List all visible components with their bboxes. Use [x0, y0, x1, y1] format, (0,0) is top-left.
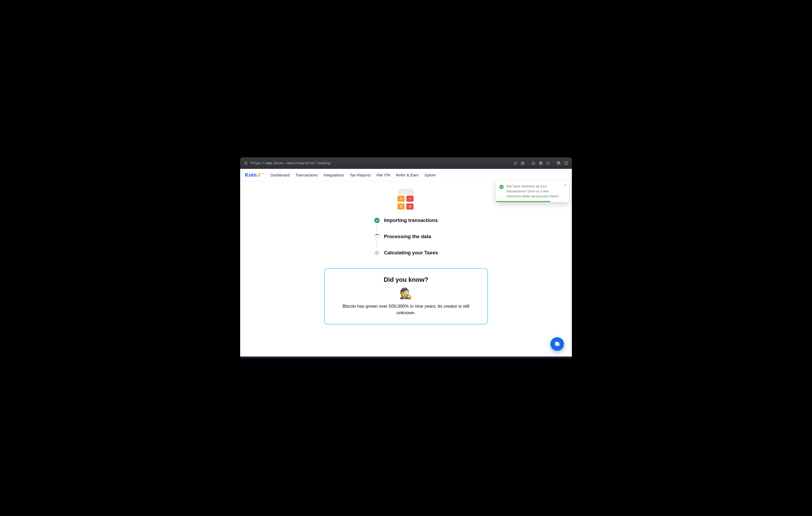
- step-label: Importing transactions: [384, 217, 438, 223]
- svg-rect-1: [521, 162, 524, 165]
- did-you-know-card: Did you know? 🕵️ Bitcoin has grown over …: [324, 268, 488, 324]
- step-label: Processing the data: [384, 234, 431, 239]
- nav-dashboard[interactable]: Dashboard: [270, 173, 290, 177]
- calc-key-equals: =: [406, 203, 413, 210]
- inbox-icon[interactable]: [531, 161, 535, 165]
- step-processing: Processing the data: [374, 234, 438, 239]
- address-bar[interactable]: https://app.koinx.com/integration-loadin…: [251, 161, 330, 165]
- step-connector: [377, 225, 377, 232]
- lock-icon: [244, 161, 248, 165]
- calc-key-plus: +: [397, 195, 405, 202]
- svg-point-4: [547, 162, 549, 164]
- step-importing: Importing transactions: [374, 217, 438, 223]
- progress-steps: Importing transactions Processing the da…: [374, 217, 438, 256]
- toast-progress-bar: [496, 201, 550, 202]
- address-group: https://app.koinx.com/integration-loadin…: [244, 161, 510, 165]
- chrome-icon-group: [513, 161, 568, 165]
- svg-rect-0: [245, 163, 247, 164]
- check-circle-icon: [499, 185, 504, 189]
- nav-file-itr[interactable]: File ITR: [376, 173, 390, 177]
- pending-dot-icon: [374, 250, 380, 256]
- page: KoinX™ Dashboard Transactions Integratio…: [240, 169, 572, 359]
- check-circle-icon: [374, 217, 380, 223]
- toast-notification: We have received all your transactions! …: [496, 181, 569, 202]
- nav-xplore[interactable]: Xplore: [424, 173, 436, 177]
- brand-tm: ™: [262, 173, 264, 175]
- chat-button[interactable]: [550, 337, 564, 351]
- calculator-illustration: + − × =: [396, 189, 416, 212]
- main-nav: Dashboard Transactions Integrations Tax …: [270, 173, 436, 177]
- toast-message: We have received all your transactions! …: [506, 184, 562, 199]
- browser-window: https://app.koinx.com/integration-loadin…: [240, 157, 572, 359]
- svg-rect-5: [564, 162, 568, 165]
- svg-point-2: [522, 163, 523, 164]
- puzzle-icon[interactable]: [557, 161, 561, 165]
- calc-key-minus: −: [406, 195, 413, 202]
- target-icon[interactable]: [546, 161, 550, 165]
- detective-icon: 🕵️: [335, 288, 477, 299]
- main-content: + − × = Importing transactions Proces: [240, 181, 572, 324]
- globe-icon[interactable]: [539, 161, 543, 165]
- app-header: KoinX™ Dashboard Transactions Integratio…: [240, 169, 572, 181]
- nav-integrations[interactable]: Integrations: [324, 173, 344, 177]
- sidebar-icon[interactable]: [564, 161, 568, 165]
- chat-icon: [554, 341, 560, 347]
- camera-icon[interactable]: [521, 161, 525, 165]
- brand-part1: Koin: [245, 172, 257, 178]
- link-icon[interactable]: [513, 161, 517, 165]
- page-footer-strip: [240, 357, 572, 359]
- browser-chrome: https://app.koinx.com/integration-loadin…: [240, 157, 572, 169]
- step-connector: [377, 241, 377, 248]
- step-calculating: Calculating your Taxes: [374, 250, 438, 256]
- spinner-icon: [374, 234, 380, 239]
- chrome-divider: [553, 161, 554, 165]
- nav-transactions[interactable]: Transactions: [295, 173, 318, 177]
- step-label: Calculating your Taxes: [384, 250, 438, 256]
- nav-refer-earn[interactable]: Refer & Earn: [396, 173, 419, 177]
- toast-close-button[interactable]: ×: [564, 183, 567, 187]
- brand-logo[interactable]: KoinX™: [245, 172, 264, 178]
- nav-tax-reports[interactable]: Tax Reports: [350, 173, 371, 177]
- calc-key-times: ×: [397, 203, 405, 210]
- dyk-title: Did you know?: [335, 276, 477, 283]
- brand-part2: X: [257, 172, 261, 178]
- dyk-text: Bitcoin has grown over 500,000% in nine …: [335, 303, 477, 316]
